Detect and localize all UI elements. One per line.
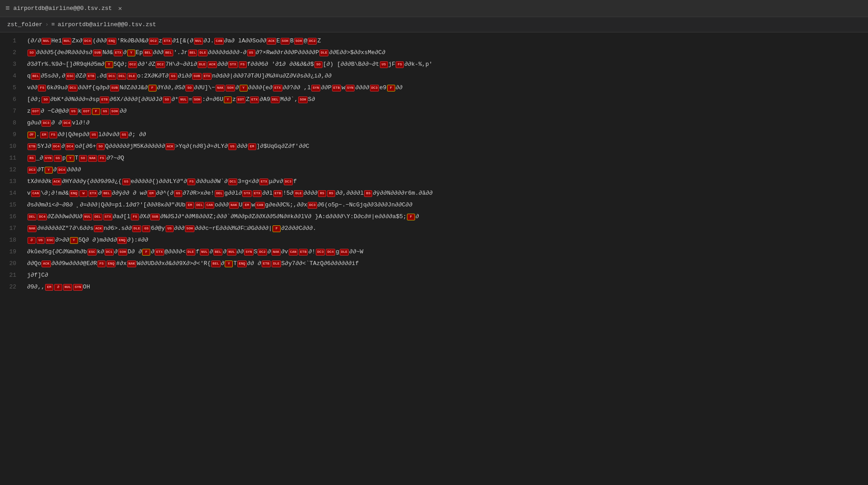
line-num-22: 22 <box>0 281 16 293</box>
code-line-18: ∂ US ESC ∂>∂∂ Y 5Q∂ ∂)m∂∂d∂ ENQ ∂):#∂∂ <box>27 234 868 246</box>
code-line-22: ∂9∂,, EM ∂ NUL SYN OH <box>27 281 868 293</box>
code-line-14: v CAN \∂;∂!m∂& ENQ W ETX ∂ BEL ∂∂ÿ∂∂ ∂ w… <box>27 188 868 199</box>
line-num-10: 10 <box>0 141 16 152</box>
tab-filename: airportdb@airline@@0.tsv.zst <box>14 5 112 12</box>
line-num-18: 18 <box>0 234 16 246</box>
line-num-4: 4 <box>0 70 16 82</box>
code-line-6: [∂∂; SO ∂bK*∂∂N∂∂∂=∂sp ETB ∂6X/∂∂∂∂[∂∂U∂… <box>27 94 868 105</box>
line-num-16: 16 <box>0 211 16 223</box>
editor-area: 1 2 3 4 5 6 7 8 9 10 11 12 13 14 15 16 1… <box>0 32 868 485</box>
line-num-11: 11 <box>0 152 16 164</box>
breadcrumb-folder: zst_folder <box>7 21 42 28</box>
tab-close-button[interactable]: ✕ <box>118 5 122 12</box>
line-num-2: 2 <box>0 47 16 59</box>
menu-icon: ≡ <box>5 5 10 13</box>
line-num-14: 14 <box>0 188 16 199</box>
line-num-20: 20 <box>0 258 16 270</box>
code-line-20: ∂∂Qo ACK ∂∂∂9w∂∂∂∂@E∂R FS ENQ #∂x NAK W∂… <box>27 258 868 270</box>
line-num-19: 19 <box>0 246 16 258</box>
breadcrumb-file: airportdb@airline@@0.tsv.zst <box>58 21 156 28</box>
breadcrumb-file-icon: ≡ <box>51 21 55 28</box>
line-numbers: 1 2 3 4 5 6 7 8 9 10 11 12 13 14 15 16 1… <box>0 32 22 485</box>
title-bar: ≡ airportdb@airline@@0.tsv.zst ✕ <box>0 0 868 17</box>
code-line-11: RS _∂ SYN GS p Y T SO NAK FS ∂?~∂Q <box>27 152 868 164</box>
code-line-4: q BEL ∂5s∂∂,∂ ESC ∂Z∂ ETB .∂d DC1 DEL DL… <box>27 70 868 82</box>
line-num-1: 1 <box>0 35 16 47</box>
code-line-2: SO ∂∂∂∂5{∂e∂R∂∂∂∂s∂ SUB N∂& ETX ∂ Y Ep B… <box>27 47 868 59</box>
code-line-5: v∂∂ FS 6k∂9u∂ DC1 ∂∂∂f{q∂p∂ SUB N∂Z∂∂J&∂… <box>27 82 868 94</box>
code-line-3: ∂3∂Tr%.%9∂~[]∂R9qH∂5m∂ Y 5Q∂; DC2 ∂∂'∂Z … <box>27 59 868 70</box>
code-line-1: (∂/∂ NUL He1 NUL Zx∂ DC4 (∂∂∂ ENQ 'Rk∂B∂… <box>27 35 868 47</box>
line-num-6: 6 <box>0 94 16 105</box>
line-num-13: 13 <box>0 176 16 188</box>
code-line-17: NAK ∂#∂∂∂∂∂Z"7∂\6∂∂s ACK n∂6>.s∂∂ DLE GS… <box>27 223 868 234</box>
code-line-16: DEL DC4 ∂Z∂∂∂w∂∂U∂ NUL DEL STX ∂a∂[l FS … <box>27 211 868 223</box>
breadcrumb: zst_folder › ≡ airportdb@airline@@0.tsv.… <box>0 17 868 32</box>
line-num-17: 17 <box>0 223 16 234</box>
line-num-15: 15 <box>0 199 16 211</box>
code-line-19: ∂kůe∂5g{∂C∂%m∂h∂b ESC k∂ DC1 ∂ SOH D∂ ∂ … <box>27 246 868 258</box>
line-num-9: 9 <box>0 129 16 141</box>
code-line-8: g∂u∂ DC3 ∂ ∂ DC4 vl∂!∂ <box>27 117 868 129</box>
line-num-7: 7 <box>0 105 16 117</box>
code-line-7: z EOT ∂ −C∂@∂∂ US k EOT F GS SOH ∂∂ <box>27 105 868 117</box>
code-line-13: tX∂#∂∂k ACK ∂HY∂∂∂y{∂∂∂9∂9∂¿{ GS e∂∂∂∂∂{… <box>27 176 868 188</box>
code-line-9: ∂F . EM FS ∂∂|Q∂ep∂∂ US l∂∂v∂∂ GS ∂; ∂∂ <box>27 129 868 141</box>
line-num-3: 3 <box>0 59 16 70</box>
line-num-21: 21 <box>0 270 16 281</box>
code-line-21: j∂f]C∂ <box>27 270 868 281</box>
code-content: (∂/∂ NUL He1 NUL Zx∂ DC4 (∂∂∂ ENQ 'Rk∂B∂… <box>22 32 868 485</box>
code-line-12: DC3 ∂T Y ∂ DC4 ∂∂∂∂ <box>27 164 868 176</box>
line-num-12: 12 <box>0 164 16 176</box>
code-line-15: ∂s∂∂m∂i<∂~∂8∂ ¸∂=∂∂∂|Q∂∂=p1.1∂d?'[∂∂∂8κ∂… <box>27 199 868 211</box>
line-num-8: 8 <box>0 117 16 129</box>
breadcrumb-sep1: › <box>45 21 49 28</box>
line-num-5: 5 <box>0 82 16 94</box>
code-line-10: ETB 5YJ∂ DC4 ∂ DC4 o∂[∂6+ SO Q∂∂∂∂∂∂jM5K… <box>27 141 868 152</box>
